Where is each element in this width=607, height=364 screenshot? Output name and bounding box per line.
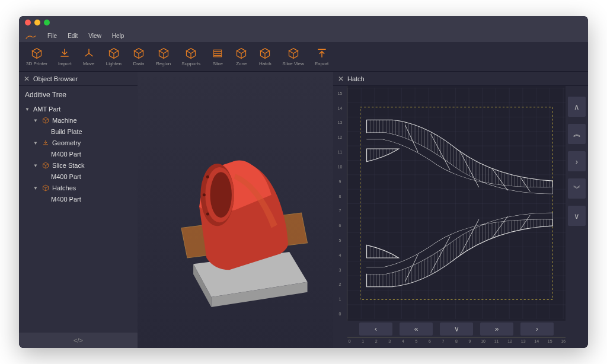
tree-title: Additive Tree <box>19 86 138 104</box>
nav-down-fast-button[interactable]: ︾ <box>568 178 586 199</box>
tool-3d-printer[interactable]: 3D Printer <box>24 46 50 68</box>
tool-zone[interactable]: Zone <box>232 46 250 68</box>
slice-icon <box>211 47 224 60</box>
close-icon[interactable]: ✕ <box>24 75 30 83</box>
cube-icon <box>41 184 50 192</box>
ruler-tick: 15 <box>333 91 347 95</box>
cube-icon <box>41 161 50 170</box>
tool-label: Supports <box>181 61 200 66</box>
tool-slice[interactable]: Slice <box>209 46 226 68</box>
svg-point-10 <box>203 193 206 196</box>
expand-arrow-icon[interactable]: ▼ <box>33 118 39 123</box>
menubar: File Edit View Help <box>19 29 588 42</box>
tree-node[interactable]: ▼Slice Stack <box>23 159 134 171</box>
hatch-viewport[interactable] <box>347 86 566 321</box>
nav-right-button[interactable]: › <box>520 323 554 336</box>
tool-supports[interactable]: Supports <box>179 46 203 68</box>
object-browser-footer: </> <box>19 333 138 348</box>
ruler-tick: 4 <box>333 253 347 257</box>
ruler-tick: 5 <box>333 238 347 242</box>
ruler-tick: 8 <box>455 339 458 343</box>
tree-label: Slice Stack <box>52 162 84 169</box>
tree-label: AMT Part <box>33 106 60 113</box>
minimize-window-button[interactable] <box>34 20 40 25</box>
ruler-tick: 15 <box>548 339 552 343</box>
tool-lighten[interactable]: Lighten <box>104 46 124 68</box>
tool-label: Hatch <box>259 61 271 66</box>
tool-import[interactable]: Import <box>56 46 74 68</box>
tree-label: Geometry <box>52 139 81 146</box>
ruler-tick: 5 <box>415 339 417 343</box>
tool-export[interactable]: Export <box>312 46 331 68</box>
nav-up-button[interactable]: ∧ <box>568 97 586 117</box>
expand-arrow-icon[interactable]: ▼ <box>33 141 39 146</box>
nav-left-button[interactable]: ‹ <box>359 323 392 336</box>
tool-region[interactable]: Region <box>154 46 173 68</box>
close-icon[interactable]: ✕ <box>338 75 344 83</box>
ruler-tick: 8 <box>333 194 347 199</box>
nav-right-fast-button[interactable]: » <box>480 323 513 336</box>
tool-label: Slice <box>213 61 223 66</box>
tree-label: M400 Part <box>51 196 81 203</box>
hatch-title: Hatch <box>347 75 365 82</box>
menu-file[interactable]: File <box>47 33 57 39</box>
tool-move[interactable]: Move <box>80 46 98 68</box>
tool-label: Export <box>315 61 328 66</box>
tree-label: Hatches <box>52 184 76 191</box>
svg-point-0 <box>88 53 90 55</box>
tree-node[interactable]: M400 Part <box>23 149 134 159</box>
tool-drain[interactable]: Drain <box>130 46 148 68</box>
app-window: File Edit View Help 3D PrinterImportMove… <box>19 16 588 348</box>
ruler-tick: 10 <box>481 339 485 343</box>
cube-icon <box>132 47 145 60</box>
svg-point-9 <box>206 175 209 178</box>
menu-edit[interactable]: Edit <box>68 33 78 39</box>
tree-node[interactable]: ▼Machine <box>23 114 134 126</box>
tree-label: Machine <box>52 117 77 124</box>
ruler-tick: 6 <box>429 339 431 343</box>
cube-icon <box>41 116 50 124</box>
object-browser-header: ✕ Object Browser <box>19 72 138 86</box>
ruler-tick: 9 <box>469 339 471 343</box>
cube-icon <box>30 47 43 60</box>
tree-node[interactable]: ▼Hatches <box>23 182 134 194</box>
tree-node[interactable]: ▼AMT Part <box>23 104 134 114</box>
tree-label: Build Plate <box>51 128 82 135</box>
maximize-window-button[interactable] <box>44 20 50 25</box>
titlebar <box>19 16 588 29</box>
nav-down-button[interactable]: ∨ <box>568 206 586 226</box>
code-icon[interactable]: </> <box>74 337 83 344</box>
ruler-tick: 11 <box>494 339 499 343</box>
tree-node[interactable]: Build Plate <box>23 126 134 137</box>
nav-right-button[interactable]: › <box>568 151 586 171</box>
cube-icon <box>287 47 300 60</box>
close-window-button[interactable] <box>25 20 31 25</box>
menu-view[interactable]: View <box>88 33 101 39</box>
vertical-ruler: 0123456789101112131415 <box>333 86 347 321</box>
tree-node[interactable]: M400 Part <box>23 171 134 182</box>
nav-left-fast-button[interactable]: « <box>400 323 433 336</box>
ruler-tick: 7 <box>442 339 445 343</box>
ruler-tick: 7 <box>333 209 347 213</box>
nav-down-button[interactable]: ∨ <box>440 323 473 336</box>
ruler-tick: 0 <box>349 339 351 343</box>
tree-node[interactable]: ▼Geometry <box>23 137 134 149</box>
tree-node[interactable]: M400 Part <box>23 194 134 205</box>
tool-hatch[interactable]: Hatch <box>256 46 274 68</box>
3d-viewport[interactable] <box>138 72 333 348</box>
ruler-tick: 0 <box>333 312 347 316</box>
object-browser-title: Object Browser <box>33 75 78 82</box>
expand-arrow-icon[interactable]: ▼ <box>25 107 31 112</box>
tool-label: Drain <box>133 61 144 66</box>
toolbar: 3D PrinterImportMoveLightenDrainRegionSu… <box>19 42 588 72</box>
ruler-tick: 12 <box>333 135 347 139</box>
cube-icon <box>235 47 248 60</box>
main-area: ✕ Object Browser Additive Tree ▼AMT Part… <box>19 72 588 348</box>
ruler-tick: 10 <box>333 165 347 169</box>
expand-arrow-icon[interactable]: ▼ <box>33 163 39 168</box>
tool-slice-view[interactable]: Slice View <box>280 46 306 68</box>
expand-arrow-icon[interactable]: ▼ <box>33 186 39 191</box>
menu-help[interactable]: Help <box>112 33 124 39</box>
nav-up-fast-button[interactable]: ︽ <box>568 124 586 144</box>
tool-label: Lighten <box>106 61 122 66</box>
